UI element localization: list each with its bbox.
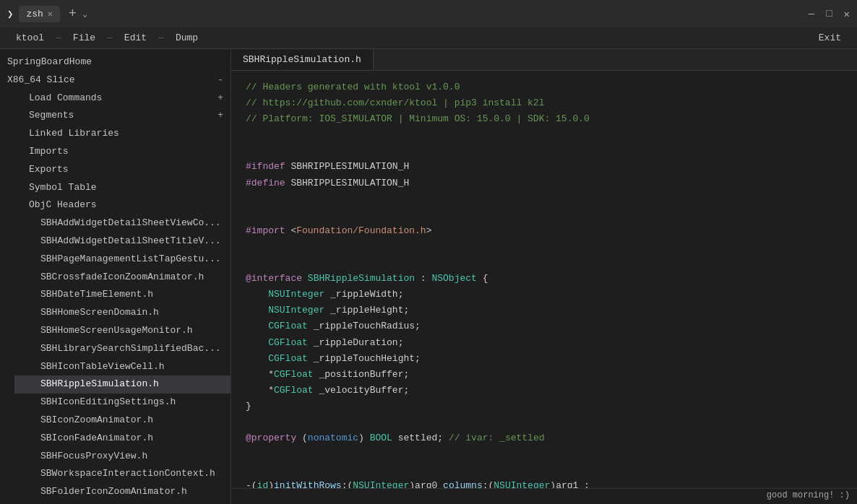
- main-layout: SpringBoardHome X86_64 Slice - Load Comm…: [0, 49, 857, 504]
- sidebar-slice-ctrl: -: [218, 73, 223, 88]
- sidebar-file-5[interactable]: SBHDateTimeElement.h: [14, 286, 231, 304]
- minimize-button[interactable]: —: [809, 8, 814, 19]
- sidebar-segments-ctrl: +: [218, 108, 223, 123]
- sidebar-file-10[interactable]: SBHRippleSimulation.h: [14, 375, 231, 394]
- title-bar: ❯ zsh ✕ + ⌄ — □ ✕: [0, 0, 857, 27]
- exit-button[interactable]: Exit: [810, 30, 850, 46]
- code-content: // Headers generated with ktool v1.0.0 /…: [246, 79, 843, 488]
- sidebar: SpringBoardHome X86_64 Slice - Load Comm…: [0, 49, 231, 504]
- sidebar-file-1[interactable]: SBHAddWidgetDetailSheetViewCo...: [14, 214, 231, 233]
- status-message: good morning! :): [767, 490, 850, 500]
- sidebar-objc-headers[interactable]: ObjC Headers: [14, 196, 231, 214]
- sidebar-file-9[interactable]: SBHIconTableViewCell.h: [14, 358, 231, 376]
- menu-bar: ktool — File — Edit — Dump Exit: [0, 27, 857, 49]
- terminal-tab-label: zsh: [26, 9, 43, 19]
- sidebar-load-commands-label: Load Commands: [29, 91, 102, 106]
- sidebar-x86-slice[interactable]: X86_64 Slice -: [0, 71, 231, 90]
- sidebar-file-3[interactable]: SBHPageManagementListTapGestu...: [14, 251, 231, 269]
- active-file-tab[interactable]: SBHRippleSimulation.h: [231, 49, 374, 70]
- sidebar-children: Load Commands + Segments + Linked Librar…: [0, 90, 231, 504]
- terminal-tab[interactable]: zsh ✕: [19, 6, 60, 22]
- file-tab-bar: SBHRippleSimulation.h: [231, 49, 857, 71]
- code-editor[interactable]: // Headers generated with ktool v1.0.0 /…: [231, 71, 857, 488]
- sidebar-file-15[interactable]: SBWorkspaceInteractionContext.h: [14, 465, 231, 483]
- new-tab-button[interactable]: +: [69, 6, 77, 21]
- sidebar-springboard-home[interactable]: SpringBoardHome: [0, 53, 231, 71]
- menu-edit[interactable]: Edit: [116, 30, 155, 46]
- sidebar-file-2[interactable]: SBHAddWidgetDetailSheetTitleV...: [14, 233, 231, 251]
- sidebar-load-commands-ctrl: +: [218, 91, 223, 106]
- menu-dump[interactable]: Dump: [167, 30, 207, 46]
- status-bar: good morning! :): [231, 488, 857, 504]
- sidebar-file-6[interactable]: SBHHomeScreenDomain.h: [14, 304, 231, 322]
- sidebar-file-17[interactable]: _SBInnerFolderIconZoomAnimato...: [14, 501, 231, 504]
- code-panel: SBHRippleSimulation.h // Headers generat…: [231, 49, 857, 504]
- sidebar-file-4[interactable]: SBCrossfadeIconZoomAnimator.h: [14, 269, 231, 287]
- maximize-button[interactable]: □: [826, 8, 832, 19]
- sidebar-linked-libraries[interactable]: Linked Libraries: [14, 125, 231, 143]
- sidebar-file-12[interactable]: SBIconZoomAnimator.h: [14, 412, 231, 430]
- menu-file[interactable]: File: [64, 30, 104, 46]
- shell-icon: ❯: [7, 8, 13, 20]
- terminal-tab-close[interactable]: ✕: [48, 9, 53, 19]
- sidebar-segments-label: Segments: [29, 108, 74, 123]
- sidebar-load-commands[interactable]: Load Commands +: [14, 90, 231, 108]
- sidebar-file-16[interactable]: SBFolderIconZoomAnimator.h: [14, 483, 231, 501]
- sidebar-segments[interactable]: Segments +: [14, 107, 231, 125]
- sidebar-file-8[interactable]: SBHLibrarySearchSimplifiedBac...: [14, 340, 231, 358]
- window-controls: — □ ✕: [809, 8, 850, 20]
- window-close-button[interactable]: ✕: [844, 8, 850, 20]
- sidebar-imports[interactable]: Imports: [14, 143, 231, 161]
- tab-arrow-button[interactable]: ⌄: [82, 9, 87, 19]
- sidebar-symbol-table[interactable]: Symbol Table: [14, 179, 231, 197]
- active-tab-label: SBHRippleSimulation.h: [243, 54, 361, 65]
- sidebar-file-11[interactable]: SBHIconEditingSettings.h: [14, 394, 231, 412]
- sidebar-file-14[interactable]: SBHFocusProxyView.h: [14, 448, 231, 466]
- sidebar-slice-label: X86_64 Slice: [7, 73, 75, 88]
- sidebar-exports[interactable]: Exports: [14, 161, 231, 179]
- menu-ktool[interactable]: ktool: [7, 30, 53, 46]
- sidebar-file-7[interactable]: SBHHomeScreenUsageMonitor.h: [14, 322, 231, 340]
- sidebar-file-13[interactable]: SBIconFadeAnimator.h: [14, 430, 231, 448]
